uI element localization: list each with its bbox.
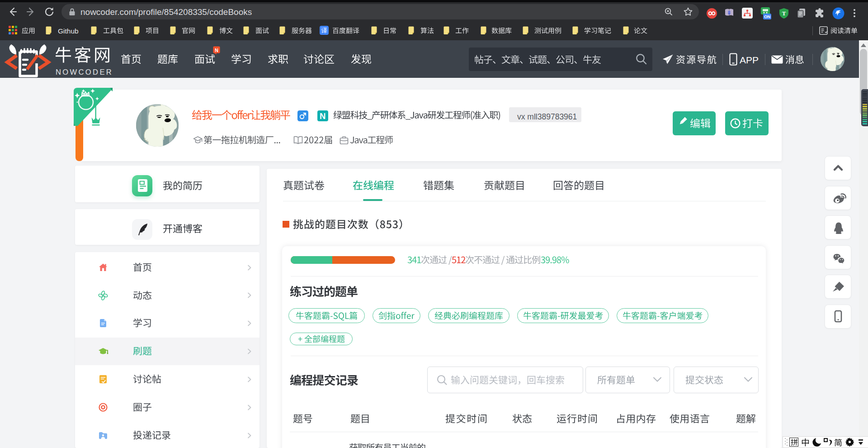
svg-text:T: T [782, 10, 786, 17]
svg-text:N: N [215, 48, 218, 53]
svg-text:ON: ON [764, 14, 770, 19]
